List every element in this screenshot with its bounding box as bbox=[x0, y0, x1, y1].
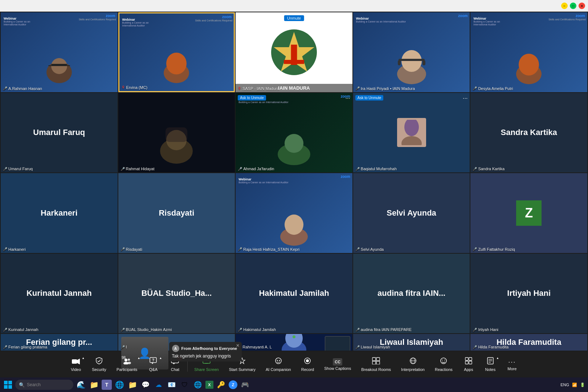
mic-icon: 🎤 bbox=[121, 345, 125, 349]
windows-logo[interactable] bbox=[3, 380, 13, 390]
participant-count: 98 bbox=[122, 356, 126, 360]
interpretation-icon bbox=[409, 357, 417, 367]
svg-marker-48 bbox=[173, 363, 175, 364]
svg-rect-15 bbox=[398, 60, 401, 65]
taskbar-whatsapp[interactable]: 💬 bbox=[140, 379, 151, 390]
taskbar-onedrive[interactable]: ☁ bbox=[153, 379, 164, 390]
taskbar-mail[interactable]: 📧 bbox=[166, 379, 177, 390]
video-cell-17: Hakimatul Jamilah🎤Hakimatul Jamilah bbox=[236, 254, 352, 334]
mic-icon: 🎤 bbox=[238, 167, 242, 171]
participants-caret[interactable]: ▲ bbox=[137, 356, 140, 360]
participant-name-bar: 🎙Rahmayanti A. L bbox=[238, 345, 272, 349]
taskbar-excel[interactable]: X bbox=[205, 381, 213, 389]
more-dots[interactable]: ··· bbox=[344, 15, 349, 22]
taskbar-chrome2[interactable]: 🌐 bbox=[192, 379, 203, 390]
taskbar-key[interactable]: 🔑 bbox=[216, 379, 226, 390]
unmute-badge[interactable]: Unmute bbox=[284, 15, 304, 21]
chat-popup: ✕ A From Aliefhoong to Everyone Tak nger… bbox=[169, 342, 242, 362]
taskbar-zoom[interactable]: Z bbox=[229, 380, 237, 389]
toolbar-breakout-rooms[interactable]: Breakout Rooms bbox=[356, 355, 396, 374]
qa-label: Q&A bbox=[149, 367, 158, 372]
toolbar-interpretation[interactable]: Interpretation bbox=[396, 355, 430, 374]
video-cell-1: Webinar Building a Career as anInternati… bbox=[118, 12, 235, 92]
more-dots[interactable]: ··· bbox=[345, 95, 350, 102]
svg-point-24 bbox=[285, 134, 303, 153]
participant-name-large: Selvi Ayunda bbox=[383, 205, 440, 221]
mic-icon: 🎙 bbox=[122, 85, 125, 89]
toolbar-more[interactable]: ···More bbox=[501, 356, 523, 373]
mic-icon: 🎤 bbox=[238, 247, 242, 251]
mic-icon: 🎤 bbox=[3, 167, 7, 171]
participant-label: Ira Hasti Priyadi • IAIN Madura bbox=[361, 86, 415, 91]
security-label: Security bbox=[92, 367, 106, 372]
svg-rect-61 bbox=[372, 361, 376, 364]
mic-icon: 🎤 bbox=[238, 328, 242, 332]
svg-rect-2 bbox=[51, 64, 67, 65]
mic-icon: 🎤 bbox=[355, 345, 360, 349]
toolbar-show-captions[interactable]: CCShow Captions bbox=[319, 356, 356, 373]
participant-label: Raja Hesti Hafriza_STAIN Kepri bbox=[243, 247, 299, 252]
taskbar-chrome[interactable]: 🌐 bbox=[114, 379, 125, 390]
mic-icon: 🎤 bbox=[473, 345, 477, 349]
toolbar-video[interactable]: ▲Video bbox=[65, 355, 87, 374]
participant-label: Hakimatul Jamilah bbox=[243, 327, 276, 332]
toolbar-qa[interactable]: ▲?Q&A bbox=[142, 355, 164, 374]
security-icon bbox=[96, 357, 102, 367]
taskbar-search[interactable]: 🔍 Search bbox=[15, 380, 73, 390]
toolbar-apps[interactable]: Apps bbox=[458, 355, 479, 374]
minimize-button[interactable]: − bbox=[561, 3, 568, 9]
taskbar-explorer[interactable]: 📁 bbox=[89, 379, 99, 390]
participant-photo bbox=[397, 118, 426, 147]
close-button[interactable]: ✕ bbox=[579, 3, 585, 9]
taskbar-game[interactable]: 🎮 bbox=[240, 379, 250, 390]
mic-icon: 🎤 bbox=[473, 86, 477, 90]
toolbar-participants[interactable]: ▲98Participants bbox=[111, 355, 142, 374]
video-cell-14: Z🎤Zulfi Fattakhur Roziq bbox=[470, 173, 587, 253]
participant-label: Selvi Ayunda bbox=[361, 247, 384, 252]
svg-point-58 bbox=[306, 359, 309, 362]
taskbar-edge[interactable]: 🌊 bbox=[75, 379, 86, 390]
more-icon: ··· bbox=[508, 358, 516, 366]
notes-caret[interactable]: ▲ bbox=[496, 356, 499, 360]
toolbar-security[interactable]: Security bbox=[87, 355, 111, 374]
mic-icon: 🎤 bbox=[3, 345, 7, 349]
participant-name-large: audina fitra IAIN... bbox=[374, 285, 449, 302]
toolbar-ai-companion[interactable]: AI Companion bbox=[261, 355, 296, 374]
maximize-button[interactable]: □ bbox=[570, 3, 576, 9]
ai-companion-label: AI Companion bbox=[266, 367, 291, 372]
toolbar-reactions[interactable]: Reactions bbox=[430, 355, 458, 374]
taskbar-lang: ENG bbox=[560, 383, 569, 387]
ask-unmute-badge[interactable]: Ask to Unmute bbox=[355, 95, 384, 101]
more-dots[interactable]: ··· bbox=[463, 95, 467, 102]
participant-label: BUAL Studio_Hakim Azmi bbox=[126, 327, 172, 332]
taskbar-files[interactable]: 📁 bbox=[127, 379, 138, 390]
participant-label: Zulfi Fattakhur Roziq bbox=[478, 247, 515, 252]
ask-unmute-badge[interactable]: Ask to Unmute bbox=[238, 95, 266, 101]
taskbar-teams[interactable]: T bbox=[102, 380, 112, 390]
reactions-icon bbox=[440, 357, 448, 367]
apps-label: Apps bbox=[464, 367, 473, 372]
svg-text:?: ? bbox=[152, 358, 154, 362]
z-avatar: Z bbox=[516, 200, 542, 226]
record-icon bbox=[304, 357, 311, 367]
chat-close-icon[interactable]: ✕ bbox=[236, 343, 240, 348]
search-placeholder: Search bbox=[27, 382, 41, 387]
video-cell-8: Ask to Unmute···🎤Baqiatul Mufarrohah bbox=[353, 93, 470, 173]
video-label: Video bbox=[71, 367, 81, 372]
qa-caret[interactable]: ▲ bbox=[159, 356, 162, 360]
participant-name-bar: 🎤Irtiyah Hani bbox=[473, 327, 498, 332]
sub-video-thumbnail bbox=[325, 336, 350, 351]
svg-rect-22 bbox=[166, 127, 187, 142]
reactions-label: Reactions bbox=[435, 367, 453, 372]
toolbar-notes[interactable]: ▲Notes bbox=[479, 355, 501, 374]
svg-point-41 bbox=[127, 362, 131, 364]
svg-marker-44 bbox=[151, 363, 154, 364]
participant-name-bar: 🎤Ferian gilang pratama bbox=[3, 345, 47, 349]
taskbar-right: ENG 📶 🔋 bbox=[560, 383, 585, 387]
taskbar-antivirus[interactable]: 🛡 bbox=[179, 379, 190, 390]
toolbar-record[interactable]: Record bbox=[296, 355, 319, 374]
chat-message: Tak ngerteh jek angguy inggris bbox=[172, 354, 238, 359]
participants-label: Participants bbox=[117, 367, 137, 372]
video-caret[interactable]: ▲ bbox=[82, 356, 85, 360]
svg-rect-70 bbox=[469, 358, 472, 360]
